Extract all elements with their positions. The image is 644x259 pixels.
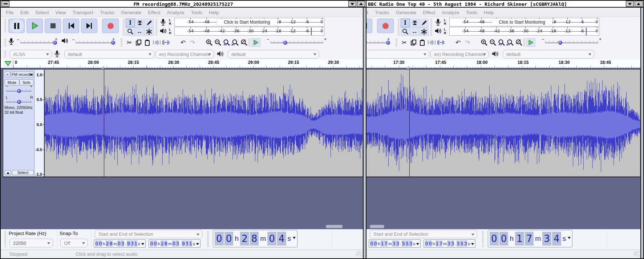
time-digit[interactable]: 0 [499,232,509,246]
waveform-display[interactable] [320,70,640,177]
horizontal-scrollbar-thumb[interactable] [326,225,343,228]
playhead-handle[interactable] [406,66,409,69]
time-digit[interactable]: h [234,235,239,243]
toolbar-grip[interactable] [523,39,525,46]
selection-end-field[interactable]: 00h17m33.553s [424,239,475,248]
selection-end-field[interactable]: 00h28m03.931s [149,239,201,248]
menu-item[interactable]: Select [35,10,49,15]
audio-position-counter[interactable]: 00h28m04s [213,230,297,247]
time-digit[interactable]: . [454,242,456,246]
time-digit[interactable]: s [193,242,195,246]
time-digit[interactable]: h [432,242,435,246]
zoom-out-button[interactable] [214,38,222,47]
track-area[interactable]: × FM recordin Mute Solo − + L R Mono, 22… [1,69,366,229]
time-digit[interactable]: m [443,242,447,246]
play-speed-slider[interactable] [545,43,598,43]
snap-to-dropdown[interactable]: Off [60,239,88,247]
raise-button[interactable] [357,1,365,7]
redo-button[interactable]: ↷ [188,38,197,47]
time-digit[interactable]: 1 [189,240,192,247]
paste-button[interactable] [418,38,426,47]
menu-item[interactable]: Help [209,10,219,15]
selection-format-dropdown[interactable]: Start and End of Selection [370,230,477,238]
time-digit[interactable]: 7 [525,232,534,246]
time-digit[interactable]: . [400,242,401,246]
menu-item[interactable]: Tools [191,10,202,15]
paste-button[interactable] [143,38,151,47]
undo-button[interactable]: ↶ [179,38,187,47]
selection-start-field[interactable]: 00h28m03.931s [94,239,146,248]
zoom-fit-button[interactable] [231,38,240,47]
track-title-dropdown[interactable]: FM recordin [11,72,33,77]
zoom-in-button[interactable] [480,38,489,47]
chevron-down-icon[interactable] [471,243,474,247]
play-speed-knob[interactable] [283,41,287,45]
time-digit[interactable]: 0 [150,240,153,247]
time-digit[interactable]: 2 [106,240,109,247]
silence-audio-button[interactable] [437,38,445,47]
toolbar-grip[interactable] [4,50,6,58]
time-digit[interactable]: s [562,235,567,243]
time-digit[interactable]: 4 [552,232,561,246]
time-digit[interactable]: 3 [451,240,454,247]
menu-item[interactable]: Generate [121,10,141,15]
menu-item[interactable]: Tools [466,10,477,15]
waveform-display[interactable] [45,70,362,177]
time-digit[interactable]: 7 [439,240,442,247]
toolbar-grip[interactable] [482,231,484,247]
time-digit[interactable]: 0 [215,232,224,246]
playback-device-dropdown[interactable]: default [228,50,319,58]
time-digit[interactable]: h [509,235,514,243]
time-digit[interactable]: m [259,235,267,243]
time-digit[interactable]: 7 [384,240,388,247]
time-digit[interactable]: 3 [185,240,189,247]
toolbar-grip[interactable] [4,39,6,46]
track-control-panel[interactable]: × FM recordin Mute Solo − + L R Mono, 22… [3,70,35,177]
time-digit[interactable]: 5 [457,240,460,247]
chevron-down-icon[interactable] [568,237,571,240]
raise-button[interactable] [635,1,643,7]
time-digit[interactable]: 2 [240,232,249,246]
toolbar-grip[interactable] [4,231,6,247]
menu-item[interactable]: Help [484,10,494,15]
play-at-speed-button[interactable] [251,38,260,47]
time-digit[interactable]: 0 [95,240,98,247]
time-digit[interactable]: 8 [109,240,113,247]
monitor-text[interactable]: Click to Start Monitoring [491,19,552,26]
zoom-toggle-button[interactable] [240,38,248,47]
menu-item[interactable]: Effect [423,10,435,15]
time-digit[interactable]: 5 [460,240,463,247]
time-digit[interactable]: 3 [392,240,396,247]
vertical-scale-ruler[interactable]: 1.00.50.0-0.5-1.0 [35,70,45,177]
time-digit[interactable]: 9 [182,240,185,247]
menu-item[interactable]: Tracks [375,10,389,15]
lower-button[interactable] [626,1,634,7]
titlebar[interactable]: FM recording@88.7MHz_20240925175227 [1,1,366,8]
time-digit[interactable]: s [467,242,470,246]
trim-audio-button[interactable] [153,38,161,47]
pan-knob[interactable] [17,100,21,104]
zoom-out-button[interactable] [489,38,497,47]
toolbar-grip[interactable] [207,231,209,247]
time-digit[interactable]: 0 [425,240,428,247]
time-digit[interactable]: 3 [396,240,399,247]
time-digit[interactable]: 8 [250,232,259,246]
time-digit[interactable]: 3 [130,240,134,247]
time-digit[interactable]: 8 [164,240,167,247]
time-digit[interactable]: s [138,242,141,246]
menu-item[interactable]: Edit [20,10,29,15]
time-digit[interactable]: 3 [447,240,450,247]
chevron-down-icon[interactable] [293,237,296,240]
time-digit[interactable]: m [168,242,172,246]
recording-channels-dropdown[interactable]: eo) Recording Channels [430,50,489,58]
recording-channels-dropdown[interactable]: eo) Recording Channels [155,50,214,58]
chevron-down-icon[interactable] [141,243,144,247]
time-digit[interactable]: . [125,242,126,246]
time-digit[interactable]: h [157,242,160,246]
menu-item[interactable]: View [56,10,66,15]
menu-item[interactable]: Generate [396,10,416,15]
zoom-selection-button[interactable] [497,38,506,47]
collapse-track-button[interactable] [5,170,11,175]
time-digit[interactable]: 5 [405,240,409,247]
time-digit[interactable]: 0 [154,240,157,247]
